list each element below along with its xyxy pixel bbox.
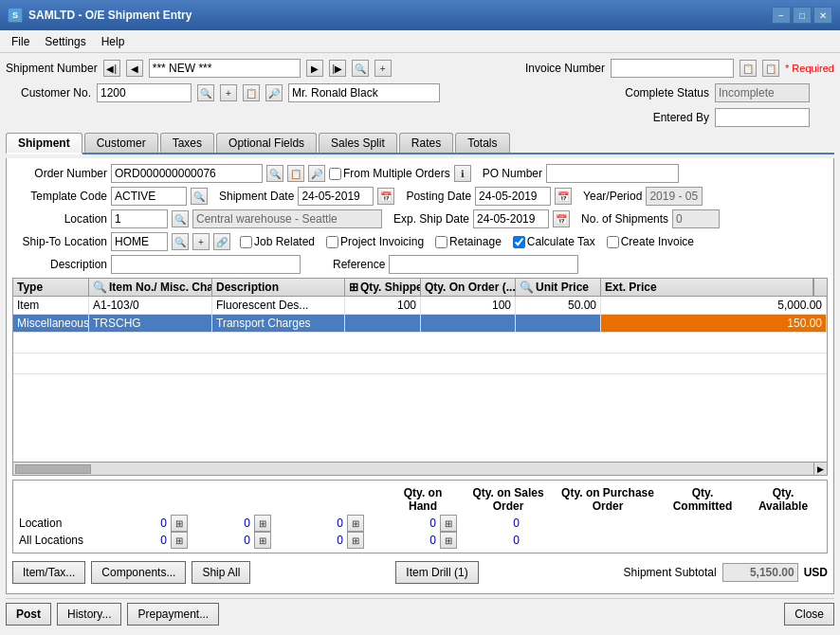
- col-ext-price: Ext. Price: [601, 279, 813, 296]
- menu-file[interactable]: File: [4, 33, 37, 50]
- all-qty-purchase-btn[interactable]: ⊞: [347, 532, 364, 549]
- tabs-container: Shipment Customer Taxes Optional Fields …: [6, 133, 834, 154]
- location-search-btn[interactable]: 🔍: [172, 210, 189, 227]
- customer-icon2[interactable]: 🔎: [265, 84, 283, 101]
- multiple-orders-info[interactable]: ℹ: [454, 165, 471, 182]
- order-number-input[interactable]: [111, 164, 263, 183]
- customer-no-input[interactable]: [97, 83, 192, 102]
- header-row-3: Entered By: [6, 108, 834, 127]
- description-input[interactable]: [111, 255, 301, 274]
- nav-last[interactable]: |▶: [329, 60, 346, 77]
- location-name-input: [192, 209, 382, 228]
- bottom-action-bar: Item/Tax... Components... Ship All Item …: [12, 557, 828, 588]
- no-shipments-input: [672, 209, 720, 228]
- po-number-input[interactable]: [546, 164, 679, 183]
- shipment-number-input[interactable]: [149, 59, 301, 78]
- tab-taxes[interactable]: Taxes: [160, 133, 214, 153]
- template-code-input[interactable]: [111, 187, 187, 206]
- nav-next[interactable]: ▶: [306, 60, 323, 77]
- maximize-button[interactable]: □: [793, 7, 812, 24]
- shipto-search-btn[interactable]: 🔍: [172, 233, 189, 250]
- col-item-no: 🔍 Item No./ Misc. Charge: [89, 279, 212, 296]
- tab-sales-split[interactable]: Sales Split: [319, 133, 397, 153]
- shipment-date-input[interactable]: [298, 187, 374, 206]
- loc-qty-committed-btn[interactable]: ⊞: [440, 515, 457, 532]
- entered-by-input[interactable]: [715, 108, 810, 127]
- reference-input[interactable]: [389, 255, 578, 274]
- tab-rates[interactable]: Rates: [399, 133, 453, 153]
- posting-date-input[interactable]: [475, 187, 551, 206]
- exp-ship-date-cal[interactable]: 📅: [553, 210, 570, 227]
- menu-settings[interactable]: Settings: [37, 33, 93, 50]
- job-related-checkbox[interactable]: Job Related: [240, 235, 315, 248]
- menu-help[interactable]: Help: [94, 33, 133, 50]
- ship-to-location-input[interactable]: [111, 232, 168, 251]
- loc-qty-hand: 0: [114, 516, 171, 531]
- customer-icon1[interactable]: 📋: [243, 84, 260, 101]
- invoice-icon2[interactable]: 📋: [762, 60, 779, 77]
- post-button[interactable]: Post: [6, 603, 51, 626]
- loc-qty-sales-btn[interactable]: ⊞: [254, 515, 271, 532]
- table-row[interactable]: Miscellaneous TRSCHG Transport Charges 1…: [13, 315, 827, 333]
- search-shipment-btn[interactable]: 🔍: [352, 60, 369, 77]
- qty-on-purchase-order-header: Qty. on Purchase Order: [556, 484, 660, 515]
- history-button[interactable]: History...: [57, 603, 121, 626]
- loc-qty-hand-btn[interactable]: ⊞: [171, 515, 188, 532]
- exp-ship-date-input[interactable]: [473, 209, 549, 228]
- order-icon2[interactable]: 🔎: [308, 165, 325, 182]
- scroll-thumb[interactable]: [15, 464, 91, 474]
- cell-description: Fluorescent Des...: [212, 297, 345, 314]
- tab-customer[interactable]: Customer: [84, 133, 158, 153]
- customer-name-input[interactable]: [288, 83, 440, 102]
- order-icon1[interactable]: 📋: [287, 165, 304, 182]
- invoice-icon1[interactable]: 📋: [740, 60, 757, 77]
- add-shipment-btn[interactable]: +: [374, 60, 392, 77]
- tab-shipment[interactable]: Shipment: [6, 133, 82, 154]
- template-search-btn[interactable]: 🔍: [191, 188, 208, 205]
- all-qty-purchase: 0: [300, 533, 347, 548]
- order-row: Order Number 🔍 📋 🔎 From Multiple Orders …: [12, 164, 828, 183]
- ship-all-button[interactable]: Ship All: [192, 561, 250, 584]
- cell-ext-price: 5,000.00: [601, 297, 827, 314]
- customer-add-btn[interactable]: +: [220, 84, 237, 101]
- horizontal-scrollbar[interactable]: ▶: [13, 462, 827, 475]
- all-qty-hand-btn[interactable]: ⊞: [171, 532, 188, 549]
- calculate-tax-checkbox[interactable]: Calculate Tax: [513, 235, 595, 248]
- loc-qty-purchase-btn[interactable]: ⊞: [347, 515, 364, 532]
- invoice-number-input[interactable]: [611, 59, 734, 78]
- item-search-icon[interactable]: 🔍: [93, 281, 107, 294]
- tab-optional-fields[interactable]: Optional Fields: [216, 133, 317, 153]
- posting-date-cal[interactable]: 📅: [555, 188, 572, 205]
- components-button[interactable]: Components...: [91, 561, 186, 584]
- customer-search-btn[interactable]: 🔍: [197, 84, 214, 101]
- retainage-checkbox[interactable]: Retainage: [435, 235, 502, 248]
- location-input[interactable]: [111, 209, 168, 228]
- project-invoicing-checkbox[interactable]: Project Invoicing: [326, 235, 424, 248]
- item-drill-button[interactable]: Item Drill (1): [395, 561, 478, 584]
- close-window-button[interactable]: ✕: [813, 7, 832, 24]
- all-qty-committed-btn[interactable]: ⊞: [440, 532, 457, 549]
- prepayment-button[interactable]: Prepayment...: [127, 603, 219, 626]
- from-multiple-orders-checkbox[interactable]: From Multiple Orders: [329, 167, 450, 180]
- scroll-right-btn[interactable]: ▶: [813, 463, 827, 476]
- qty-headers: Qty. on Hand Qty. on Sales Order Qty. on…: [19, 484, 821, 515]
- tab-totals[interactable]: Totals: [455, 133, 509, 153]
- reference-label: Reference: [333, 258, 385, 271]
- unit-price-search-icon[interactable]: 🔍: [520, 281, 534, 294]
- shipto-link-btn[interactable]: 🔗: [213, 233, 230, 250]
- shipment-date-cal[interactable]: 📅: [377, 188, 394, 205]
- create-invoice-checkbox[interactable]: Create Invoice: [607, 235, 694, 248]
- cell-qty-on-order: [421, 315, 516, 332]
- nav-first[interactable]: ◀|: [103, 60, 120, 77]
- nav-prev[interactable]: ◀: [126, 60, 143, 77]
- item-tax-button[interactable]: Item/Tax...: [12, 561, 85, 584]
- close-button[interactable]: Close: [784, 603, 834, 626]
- all-qty-sales-btn[interactable]: ⊞: [254, 532, 271, 549]
- location-label: Location: [12, 212, 107, 226]
- shipto-add-btn[interactable]: +: [192, 233, 210, 250]
- cell-description: Transport Charges: [212, 315, 345, 332]
- customer-no-label: Customer No.: [6, 86, 91, 100]
- table-row[interactable]: Item A1-103/0 Fluorescent Des... 100 100…: [13, 297, 827, 315]
- order-search-btn[interactable]: 🔍: [266, 165, 283, 182]
- minimize-button[interactable]: −: [772, 7, 791, 24]
